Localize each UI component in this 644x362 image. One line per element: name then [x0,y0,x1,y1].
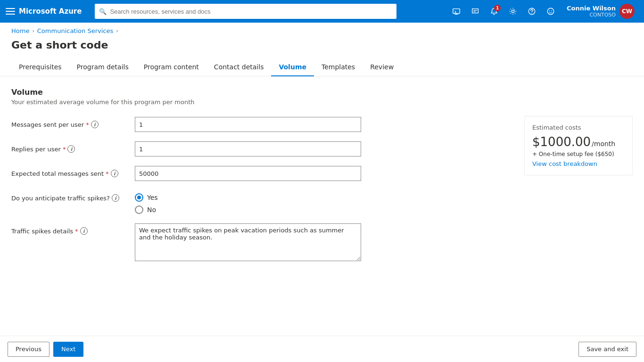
top-navigation: Microsoft Azure 🔍 1 Connie Wilson CO [0,0,644,23]
radio-yes-circle [135,193,143,202]
section-subtitle: Your estimated average volume for this p… [11,99,513,106]
cost-title: Estimated costs [532,124,625,131]
search-input[interactable] [95,4,396,19]
required-indicator: * [86,121,89,128]
traffic-spikes-row: Do you anticipate traffic spikes? i Yes … [11,190,513,214]
messages-per-user-label: Messages sent per user * i [11,117,129,128]
view-cost-breakdown-link[interactable]: View cost breakdown [532,160,625,167]
messages-per-user-input[interactable] [135,117,361,132]
svg-point-3 [531,13,532,13]
traffic-details-label: Traffic spikes details * i [11,223,129,235]
radio-no-circle [135,206,143,214]
traffic-details-row: Traffic spikes details * i [11,223,513,261]
smiley-icon-btn[interactable] [542,3,559,20]
avatar: CW [619,4,635,19]
tab-contact-details[interactable]: Contact details [206,58,272,76]
help-icon-btn[interactable] [523,3,540,20]
cost-amount: $1000.00 [532,135,591,149]
breadcrumb: Home › Communication Services › [0,23,644,37]
replies-per-user-label: Replies per user * i [11,141,129,153]
traffic-spikes-radio-group: Yes No [135,190,158,214]
expected-total-info-icon[interactable]: i [111,170,118,177]
replies-per-user-input[interactable] [135,141,361,156]
required-indicator-2: * [63,146,66,153]
tab-bar: Prerequisites Program details Program co… [0,58,644,76]
radio-yes-label: Yes [147,194,158,201]
breadcrumb-home[interactable]: Home [11,27,29,34]
messages-per-user-info-icon[interactable]: i [91,121,99,128]
hamburger-menu[interactable] [6,7,15,16]
traffic-spikes-label: Do you anticipate traffic spikes? i [11,190,129,202]
user-profile[interactable]: Connie Wilson CONTOSO CW [563,0,638,23]
traffic-spikes-info-icon[interactable]: i [112,194,119,202]
required-indicator-4: * [75,228,78,235]
user-org: CONTOSO [567,12,616,18]
monitor-icon-btn[interactable] [448,3,465,20]
main-content: Volume Your estimated average volume for… [0,76,644,308]
breadcrumb-sep-2: › [116,28,118,34]
notification-count: 1 [494,5,501,11]
azure-logo: Microsoft Azure [19,7,82,16]
breadcrumb-sep-1: › [32,28,34,34]
svg-point-6 [551,10,552,11]
svg-point-1 [512,10,514,12]
tab-templates[interactable]: Templates [314,58,363,76]
replies-per-user-row: Replies per user * i [11,141,513,156]
expected-total-row: Expected total messages sent * i [11,166,513,181]
svg-rect-0 [453,9,460,14]
replies-per-user-info-icon[interactable]: i [67,145,75,153]
search-bar: 🔍 [95,4,396,19]
cost-setup-fee: + One-time setup fee ($650) [532,151,625,157]
tab-prerequisites[interactable]: Prerequisites [11,58,69,76]
tab-volume[interactable]: Volume [271,58,314,76]
svg-point-4 [547,8,554,15]
expected-total-input[interactable] [135,166,361,181]
messages-per-user-row: Messages sent per user * i [11,117,513,132]
traffic-details-textarea[interactable] [135,223,361,261]
feedback-icon-btn[interactable] [467,3,484,20]
expected-total-label: Expected total messages sent * i [11,166,129,177]
tab-review[interactable]: Review [363,58,401,76]
traffic-spikes-no-option[interactable]: No [135,206,158,214]
tab-program-details[interactable]: Program details [69,58,136,76]
traffic-spikes-yes-option[interactable]: Yes [135,193,158,202]
cost-card: Estimated costs $1000.00 /month + One-ti… [524,116,633,175]
user-name: Connie Wilson [567,5,616,12]
notifications-icon-btn[interactable]: 1 [486,3,503,20]
radio-no-label: No [147,206,156,214]
form-area: Volume Your estimated average volume for… [11,88,513,271]
settings-icon-btn[interactable] [504,3,521,20]
section-title: Volume [11,88,513,97]
breadcrumb-service[interactable]: Communication Services [37,27,113,34]
cost-per-month: /month [592,140,615,148]
svg-point-5 [549,10,550,11]
nav-icon-group: 1 [448,3,559,20]
traffic-details-info-icon[interactable]: i [80,227,88,235]
cost-sidebar: Estimated costs $1000.00 /month + One-ti… [524,116,633,271]
required-indicator-3: * [106,170,109,177]
tab-program-content[interactable]: Program content [136,58,206,76]
page-title: Get a short code [0,37,644,58]
